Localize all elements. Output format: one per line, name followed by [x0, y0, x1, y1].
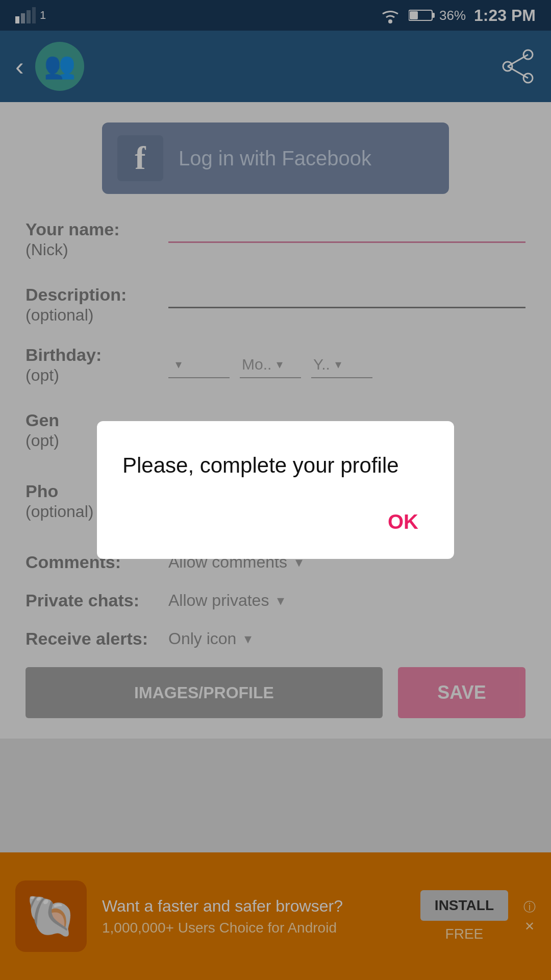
page-wrapper: 1 1 36% 1:23 PM ‹	[0, 0, 551, 980]
dialog-actions: OK	[122, 505, 429, 538]
dialog-message: Please, complete your profile	[122, 452, 429, 480]
dialog-ok-button[interactable]: OK	[378, 505, 429, 538]
dialog-overlay: Please, complete your profile OK	[0, 0, 551, 980]
complete-profile-dialog: Please, complete your profile OK	[97, 421, 454, 559]
